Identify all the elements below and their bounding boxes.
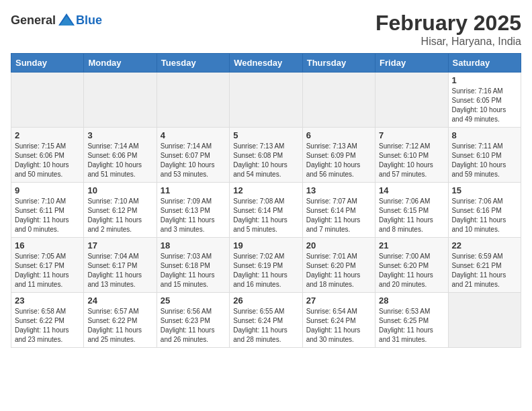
calendar-week-row: 23Sunrise: 6:58 AMSunset: 6:22 PMDayligh… <box>11 293 521 348</box>
day-of-week-header: Tuesday <box>157 54 229 73</box>
calendar-cell: 3Sunrise: 7:14 AMSunset: 6:06 PMDaylight… <box>84 128 157 183</box>
day-info: Sunrise: 7:06 AMSunset: 6:15 PMDaylight:… <box>379 197 444 234</box>
page-header: General Blue February 2025 Hisar, Haryan… <box>11 11 521 48</box>
calendar-title: February 2025 <box>375 11 521 36</box>
day-info: Sunrise: 7:09 AMSunset: 6:13 PMDaylight:… <box>161 197 226 234</box>
calendar-cell: 23Sunrise: 6:58 AMSunset: 6:22 PMDayligh… <box>11 293 84 348</box>
day-of-week-header: Saturday <box>448 54 521 73</box>
day-number: 16 <box>15 240 80 250</box>
calendar-cell: 12Sunrise: 7:08 AMSunset: 6:14 PMDayligh… <box>230 183 302 238</box>
calendar-week-row: 1Sunrise: 7:16 AMSunset: 6:05 PMDaylight… <box>11 73 521 128</box>
day-number: 7 <box>379 130 444 140</box>
day-number: 8 <box>452 130 517 140</box>
day-info: Sunrise: 7:16 AMSunset: 6:05 PMDaylight:… <box>452 87 517 124</box>
calendar-cell: 6Sunrise: 7:13 AMSunset: 6:09 PMDaylight… <box>302 128 375 183</box>
calendar-cell: 28Sunrise: 6:53 AMSunset: 6:25 PMDayligh… <box>375 293 448 348</box>
day-info: Sunrise: 7:00 AMSunset: 6:20 PMDaylight:… <box>379 252 444 289</box>
calendar-cell: 11Sunrise: 7:09 AMSunset: 6:13 PMDayligh… <box>157 183 229 238</box>
day-number: 13 <box>306 185 371 195</box>
day-info: Sunrise: 6:59 AMSunset: 6:21 PMDaylight:… <box>452 252 517 289</box>
calendar-table: SundayMondayTuesdayWednesdayThursdayFrid… <box>11 53 521 348</box>
calendar-cell: 4Sunrise: 7:14 AMSunset: 6:07 PMDaylight… <box>157 128 229 183</box>
day-number: 14 <box>379 185 444 195</box>
day-number: 6 <box>306 130 371 140</box>
calendar-cell: 21Sunrise: 7:00 AMSunset: 6:20 PMDayligh… <box>375 238 448 293</box>
day-info: Sunrise: 7:14 AMSunset: 6:06 PMDaylight:… <box>87 142 152 179</box>
day-info: Sunrise: 6:55 AMSunset: 6:24 PMDaylight:… <box>233 307 298 345</box>
calendar-cell <box>11 73 84 128</box>
day-number: 12 <box>233 185 298 195</box>
calendar-cell: 7Sunrise: 7:12 AMSunset: 6:10 PMDaylight… <box>375 128 448 183</box>
day-number: 19 <box>233 240 298 250</box>
day-number: 3 <box>87 130 152 140</box>
calendar-cell <box>230 73 302 128</box>
day-number: 5 <box>233 130 298 140</box>
day-of-week-header: Friday <box>375 54 448 73</box>
calendar-cell <box>302 73 375 128</box>
day-info: Sunrise: 7:14 AMSunset: 6:07 PMDaylight:… <box>161 142 226 179</box>
day-info: Sunrise: 6:58 AMSunset: 6:22 PMDaylight:… <box>15 307 80 345</box>
day-info: Sunrise: 7:15 AMSunset: 6:06 PMDaylight:… <box>15 142 80 179</box>
day-number: 21 <box>379 240 444 250</box>
title-block: February 2025 Hisar, Haryana, India <box>375 11 521 48</box>
calendar-cell: 27Sunrise: 6:54 AMSunset: 6:24 PMDayligh… <box>302 293 375 348</box>
calendar-body: 1Sunrise: 7:16 AMSunset: 6:05 PMDaylight… <box>11 73 521 348</box>
calendar-cell: 24Sunrise: 6:57 AMSunset: 6:22 PMDayligh… <box>84 293 157 348</box>
calendar-cell: 18Sunrise: 7:03 AMSunset: 6:18 PMDayligh… <box>157 238 229 293</box>
calendar-cell <box>375 73 448 128</box>
calendar-week-row: 16Sunrise: 7:05 AMSunset: 6:17 PMDayligh… <box>11 238 521 293</box>
calendar-cell: 19Sunrise: 7:02 AMSunset: 6:19 PMDayligh… <box>230 238 302 293</box>
calendar-subtitle: Hisar, Haryana, India <box>375 36 521 48</box>
calendar-cell: 13Sunrise: 7:07 AMSunset: 6:14 PMDayligh… <box>302 183 375 238</box>
day-info: Sunrise: 7:13 AMSunset: 6:09 PMDaylight:… <box>306 142 371 179</box>
day-number: 24 <box>87 295 152 306</box>
day-number: 26 <box>233 295 298 306</box>
calendar-cell: 14Sunrise: 7:06 AMSunset: 6:15 PMDayligh… <box>375 183 448 238</box>
calendar-cell: 5Sunrise: 7:13 AMSunset: 6:08 PMDaylight… <box>230 128 302 183</box>
day-number: 25 <box>161 295 226 306</box>
calendar-cell: 26Sunrise: 6:55 AMSunset: 6:24 PMDayligh… <box>230 293 302 348</box>
day-info: Sunrise: 7:02 AMSunset: 6:19 PMDaylight:… <box>233 252 298 289</box>
day-number: 11 <box>161 185 226 195</box>
calendar-week-row: 9Sunrise: 7:10 AMSunset: 6:11 PMDaylight… <box>11 183 521 238</box>
calendar-week-row: 2Sunrise: 7:15 AMSunset: 6:06 PMDaylight… <box>11 128 521 183</box>
day-info: Sunrise: 6:54 AMSunset: 6:24 PMDaylight:… <box>306 307 371 345</box>
day-number: 10 <box>87 185 152 195</box>
calendar-cell: 10Sunrise: 7:10 AMSunset: 6:12 PMDayligh… <box>84 183 157 238</box>
day-number: 27 <box>306 295 371 306</box>
day-info: Sunrise: 7:13 AMSunset: 6:08 PMDaylight:… <box>233 142 298 179</box>
day-number: 17 <box>87 240 152 250</box>
calendar-cell <box>84 73 157 128</box>
day-number: 4 <box>161 130 226 140</box>
calendar-cell: 1Sunrise: 7:16 AMSunset: 6:05 PMDaylight… <box>448 73 521 128</box>
day-info: Sunrise: 7:01 AMSunset: 6:20 PMDaylight:… <box>306 252 371 289</box>
day-number: 18 <box>161 240 226 250</box>
day-of-week-header: Thursday <box>302 54 375 73</box>
logo-icon <box>57 11 76 30</box>
day-of-week-header: Monday <box>84 54 157 73</box>
calendar-cell: 9Sunrise: 7:10 AMSunset: 6:11 PMDaylight… <box>11 183 84 238</box>
calendar-header: SundayMondayTuesdayWednesdayThursdayFrid… <box>11 54 521 73</box>
calendar-cell: 16Sunrise: 7:05 AMSunset: 6:17 PMDayligh… <box>11 238 84 293</box>
day-info: Sunrise: 6:57 AMSunset: 6:22 PMDaylight:… <box>87 307 152 345</box>
day-number: 20 <box>306 240 371 250</box>
day-number: 22 <box>452 240 517 250</box>
day-info: Sunrise: 7:12 AMSunset: 6:10 PMDaylight:… <box>379 142 444 179</box>
day-number: 28 <box>379 295 444 306</box>
day-info: Sunrise: 6:56 AMSunset: 6:23 PMDaylight:… <box>161 307 226 345</box>
day-number: 23 <box>15 295 80 306</box>
day-info: Sunrise: 7:07 AMSunset: 6:14 PMDaylight:… <box>306 197 371 234</box>
days-of-week-row: SundayMondayTuesdayWednesdayThursdayFrid… <box>11 54 521 73</box>
calendar-cell: 2Sunrise: 7:15 AMSunset: 6:06 PMDaylight… <box>11 128 84 183</box>
calendar-cell: 25Sunrise: 6:56 AMSunset: 6:23 PMDayligh… <box>157 293 229 348</box>
day-info: Sunrise: 7:03 AMSunset: 6:18 PMDaylight:… <box>161 252 226 289</box>
calendar-cell <box>157 73 229 128</box>
calendar-cell: 20Sunrise: 7:01 AMSunset: 6:20 PMDayligh… <box>302 238 375 293</box>
day-number: 9 <box>15 185 80 195</box>
calendar-cell: 8Sunrise: 7:11 AMSunset: 6:10 PMDaylight… <box>448 128 521 183</box>
day-of-week-header: Wednesday <box>230 54 302 73</box>
day-info: Sunrise: 7:10 AMSunset: 6:12 PMDaylight:… <box>87 197 152 234</box>
day-info: Sunrise: 7:10 AMSunset: 6:11 PMDaylight:… <box>15 197 80 234</box>
day-info: Sunrise: 7:04 AMSunset: 6:17 PMDaylight:… <box>87 252 152 289</box>
logo: General Blue <box>11 11 102 30</box>
